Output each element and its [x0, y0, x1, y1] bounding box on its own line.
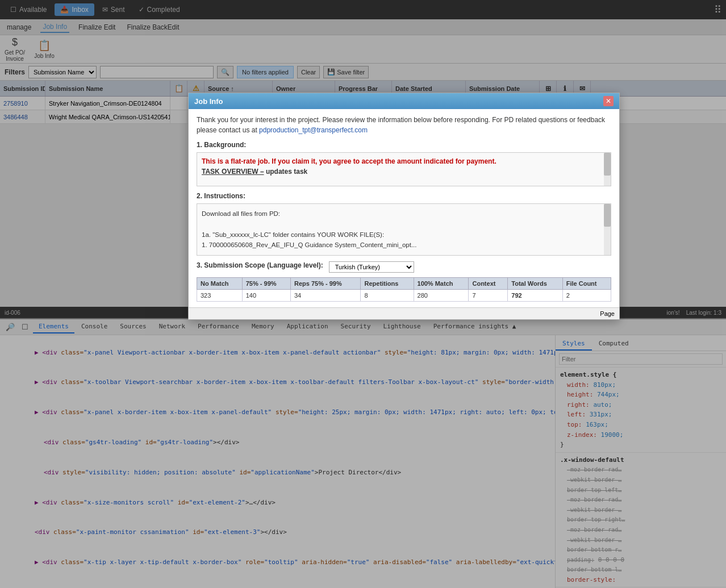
modal-close-button[interactable]: ✕ — [603, 96, 614, 106]
modal-body: Thank you for your interest in the proje… — [189, 109, 619, 124]
modal-intro-text: Thank you for your interest in the proje… — [197, 115, 611, 124]
modal-title: Job Info — [194, 97, 603, 106]
modal-title-bar: Job Info ✕ — [189, 93, 619, 109]
modal-overlay: Job Info ✕ Thank you for your interest i… — [0, 0, 726, 124]
job-info-dialog: Job Info ✕ Thank you for your interest i… — [188, 93, 620, 124]
